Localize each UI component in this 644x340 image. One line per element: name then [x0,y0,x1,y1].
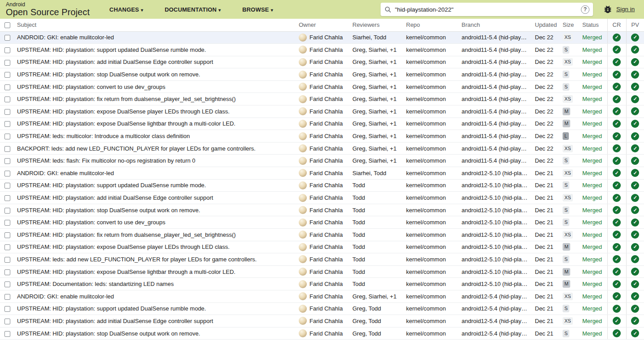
sign-in-link[interactable]: Sign in [616,6,635,13]
repo-link[interactable]: kernel/common [406,167,462,180]
change-subject-link[interactable]: UPSTREAM: leds: multicolor: Introduce a … [17,133,190,139]
branch-link[interactable]: android12-5.10 (hid-pla… [462,216,535,229]
change-subject-link[interactable]: UPSTREAM: HID: playstation: convert to u… [17,84,165,90]
repo-link[interactable]: kernel/common [406,290,462,302]
repo-link[interactable]: kernel/common [406,179,462,192]
branch-link[interactable]: android11-5.4 (hid-play… [462,56,535,68]
table-row[interactable]: UPSTREAM: leds: multicolor: Introduce a … [0,130,644,143]
owner-name[interactable]: Farid Chahla [309,207,343,214]
owner-name[interactable]: Farid Chahla [309,182,343,189]
reviewers-list[interactable]: Greg, Todd [352,302,406,315]
branch-link[interactable]: android11-5.4 (hid-play… [462,44,535,56]
branch-link[interactable]: android12-5.4 (hid-play… [462,302,535,315]
help-icon[interactable]: ? [581,5,589,14]
table-row[interactable]: UPSTREAM: leds: flash: Fix multicolor no… [0,155,644,167]
row-checkbox[interactable] [4,109,10,115]
branch-link[interactable]: android12-5.4 (hid-play… [462,327,535,340]
table-row[interactable]: UPSTREAM: HID: playstation: support upda… [0,179,644,192]
reviewers-list[interactable]: Todd [352,241,406,253]
reviewers-list[interactable]: Greg, Siarhei, +1 [352,93,406,105]
change-subject-link[interactable]: UPSTREAM: HID: playstation: support upda… [17,182,206,189]
row-checkbox[interactable] [4,158,10,164]
branch-link[interactable]: android11-5.4 (hid-play… [462,155,535,167]
change-subject-link[interactable]: UPSTREAM: HID: playstation: expose DualS… [17,243,229,250]
repo-link[interactable]: kernel/common [406,192,462,204]
change-subject-link[interactable]: UPSTREAM: HID: playstation: expose DualS… [17,108,229,115]
owner-name[interactable]: Farid Chahla [309,256,343,263]
reviewers-list[interactable]: Todd [352,278,406,290]
change-subject-link[interactable]: UPSTREAM: HID: playstation: add initial … [17,194,213,201]
table-row[interactable]: UPSTREAM: HID: playstation: add initial … [0,192,644,204]
row-checkbox[interactable] [4,84,10,90]
table-row[interactable]: UPSTREAM: HID: playstation: expose DualS… [0,105,644,118]
reviewers-list[interactable]: Greg, Siarhei, +1 [352,56,406,68]
owner-name[interactable]: Farid Chahla [309,145,343,152]
table-row[interactable]: UPSTREAM: HID: playstation: convert to u… [0,80,644,93]
owner-name[interactable]: Farid Chahla [309,96,343,102]
branch-link[interactable]: android12-5.10 (hid-pla… [462,167,535,180]
change-subject-link[interactable]: UPSTREAM: leds: add new LED_FUNCTION_PLA… [17,256,257,263]
reviewers-list[interactable]: Todd [352,204,406,216]
change-subject-link[interactable]: UPSTREAM: HID: playstation: stop DualSen… [17,330,200,337]
repo-link[interactable]: kernel/common [406,241,462,253]
repo-link[interactable]: kernel/common [406,327,462,340]
search-bar[interactable]: ? [381,3,593,16]
table-row[interactable]: UPSTREAM: HID: playstation: fix return f… [0,93,644,105]
bug-report-icon[interactable] [603,4,613,14]
owner-name[interactable]: Farid Chahla [309,293,343,300]
branch-link[interactable]: android12-5.10 (hid-pla… [462,179,535,192]
owner-name[interactable]: Farid Chahla [309,318,343,324]
table-row[interactable]: UPSTREAM: leds: add new LED_FUNCTION_PLA… [0,253,644,266]
owner-name[interactable]: Farid Chahla [309,84,343,90]
repo-link[interactable]: kernel/common [406,253,462,266]
owner-name[interactable]: Farid Chahla [309,269,343,275]
repo-link[interactable]: kernel/common [406,44,462,56]
change-subject-link[interactable]: UPSTREAM: HID: playstation: stop DualSen… [17,71,200,78]
owner-name[interactable]: Farid Chahla [309,157,343,164]
table-row[interactable]: UPSTREAM: HID: playstation: expose DualS… [0,241,644,253]
repo-link[interactable]: kernel/common [406,118,462,130]
row-checkbox[interactable] [4,281,10,287]
row-checkbox[interactable] [4,146,10,152]
change-subject-link[interactable]: BACKPORT: leds: add new LED_FUNCTION_PLA… [17,145,255,152]
change-subject-link[interactable]: UPSTREAM: HID: playstation: add initial … [17,318,213,324]
reviewers-list[interactable]: Greg, Todd [352,327,406,340]
change-subject-link[interactable]: ANDROID: GKI: enable mulitcolor-led [17,170,114,176]
reviewers-list[interactable]: Greg, Siarhei, +1 [352,105,406,118]
owner-name[interactable]: Farid Chahla [309,46,343,53]
reviewers-list[interactable]: Greg, Siarhei, +1 [352,68,406,81]
row-checkbox[interactable] [4,47,10,53]
change-subject-link[interactable]: UPSTREAM: HID: playstation: stop DualSen… [17,207,200,214]
reviewers-list[interactable]: Greg, Siarhei, +1 [352,142,406,155]
owner-name[interactable]: Farid Chahla [309,108,343,115]
row-checkbox[interactable] [4,195,10,201]
reviewers-list[interactable]: Greg, Siarhei, +1 [352,155,406,167]
reviewers-list[interactable]: Todd [352,216,406,229]
table-row[interactable]: BACKPORT: leds: add new LED_FUNCTION_PLA… [0,142,644,155]
table-row[interactable]: UPSTREAM: HID: playstation: fix return f… [0,229,644,241]
branch-link[interactable]: android12-5.10 (hid-pla… [462,241,535,253]
change-subject-link[interactable]: UPSTREAM: HID: playstation: add initial … [17,59,213,65]
repo-link[interactable]: kernel/common [406,216,462,229]
search-input[interactable] [395,6,581,13]
branch-link[interactable]: android11-5.4 (hid-play… [462,31,535,44]
row-checkbox[interactable] [4,208,10,214]
change-subject-link[interactable]: UPSTREAM: HID: playstation: support upda… [17,46,206,53]
change-subject-link[interactable]: UPSTREAM: HID: playstation: expose DualS… [17,269,235,275]
owner-name[interactable]: Farid Chahla [309,243,343,250]
owner-name[interactable]: Farid Chahla [309,170,343,176]
table-row[interactable]: ANDROID: GKI: enable mulitcolor-led Fari… [0,290,644,302]
repo-link[interactable]: kernel/common [406,80,462,93]
table-row[interactable]: UPSTREAM: HID: playstation: stop DualSen… [0,68,644,81]
branch-link[interactable]: android12-5.10 (hid-pla… [462,229,535,241]
row-checkbox[interactable] [4,121,10,127]
row-checkbox[interactable] [4,220,10,226]
row-checkbox[interactable] [4,35,10,41]
branch-link[interactable]: android12-5.10 (hid-pla… [462,278,535,290]
owner-name[interactable]: Farid Chahla [309,231,343,238]
table-row[interactable]: UPSTREAM: HID: playstation: add initial … [0,56,644,68]
row-checkbox[interactable] [4,244,10,250]
change-subject-link[interactable]: UPSTREAM: HID: playstation: fix return f… [17,231,236,238]
owner-name[interactable]: Farid Chahla [309,281,343,287]
branch-link[interactable]: android11-5.4 (hid-play… [462,142,535,155]
